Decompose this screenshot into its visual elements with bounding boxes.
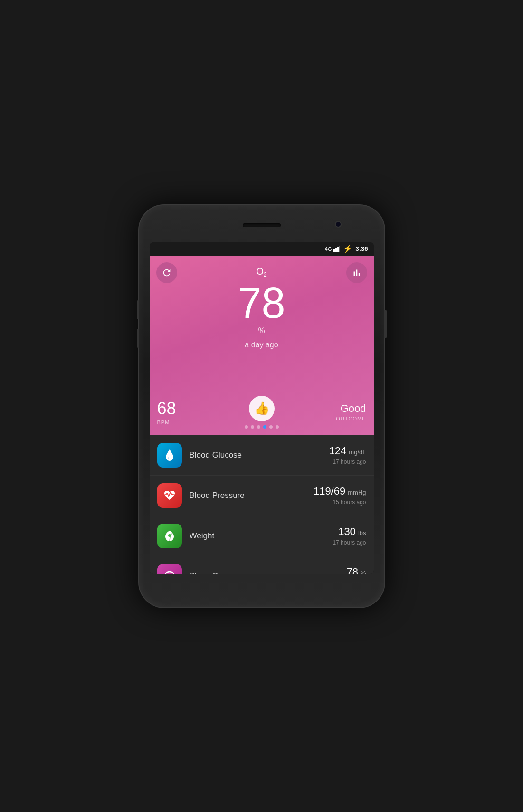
blood-glucose-label: Blood Glucose <box>190 450 329 460</box>
o2-symbol: O <box>256 266 264 277</box>
thumbs-up-icon: 👍 <box>254 401 269 416</box>
battery-icon: ⚡ <box>343 244 352 253</box>
blood-pressure-number: 119/69 <box>314 485 345 497</box>
blood-oxygen-number: 78 <box>346 566 358 574</box>
svg-rect-3 <box>339 246 340 252</box>
list-item-blood-glucose[interactable]: Blood Glucose 124 mg/dL 17 hours ago <box>150 435 374 476</box>
o2-subscript: 2 <box>264 271 267 278</box>
outcome-section: Good OUTCOME <box>296 402 366 421</box>
phone-device: 4G ⚡ 3:36 <box>138 204 385 608</box>
list-item-weight[interactable]: Weight 130 lbs 17 hours ago <box>150 516 374 556</box>
chart-button[interactable] <box>346 262 367 283</box>
speaker-grill <box>243 223 281 227</box>
blood-pressure-reading: 119/69 mmHg <box>314 485 366 497</box>
metric-label: O2 <box>157 266 366 278</box>
refresh-icon <box>162 267 172 278</box>
svg-text:O: O <box>168 573 172 574</box>
page-dots <box>245 425 279 429</box>
main-metric-value: 78 <box>157 282 366 325</box>
svg-point-4 <box>168 534 171 537</box>
svg-rect-0 <box>333 249 335 252</box>
svg-rect-2 <box>337 247 339 252</box>
blood-pressure-icon <box>157 483 182 508</box>
front-camera <box>335 221 342 228</box>
status-bar: 4G ⚡ 3:36 <box>150 242 374 256</box>
drop-icon <box>162 448 177 462</box>
outcome-value: Good <box>296 402 366 415</box>
blood-pressure-unit: mmHg <box>348 489 366 496</box>
signal-indicator: 4G <box>325 246 341 252</box>
blood-glucose-number: 124 <box>329 445 347 457</box>
outcome-label: OUTCOME <box>296 416 366 421</box>
svg-rect-1 <box>335 248 337 252</box>
dot-4 <box>263 425 266 429</box>
thumbs-up-circle: 👍 <box>249 396 275 421</box>
blood-glucose-values: 124 mg/dL 17 hours ago <box>329 445 366 465</box>
bar-chart-icon <box>352 267 362 278</box>
blood-oxygen-reading: 78 % <box>341 566 366 574</box>
power-button[interactable] <box>384 310 387 338</box>
health-metrics-list: Blood Glucose 124 mg/dL 17 hours ago <box>150 435 374 574</box>
main-metric-time: a day ago <box>157 341 366 357</box>
dot-2 <box>251 425 254 429</box>
main-metric-unit: % <box>157 326 366 335</box>
signal-text: 4G <box>325 246 332 252</box>
weight-time: 17 hours ago <box>333 539 366 546</box>
list-item-blood-oxygen[interactable]: O 2 Blood Oxygen 78 % a day ago <box>150 556 374 574</box>
blood-glucose-time: 17 hours ago <box>329 459 366 465</box>
card-bottom-section: 68 BPM 👍 <box>150 389 374 435</box>
dot-1 <box>245 425 248 429</box>
weight-icon <box>157 524 182 548</box>
weight-number: 130 <box>338 525 356 537</box>
blood-oxygen-values: 78 % a day ago <box>341 566 366 574</box>
card-top-section: O2 78 % a day ago <box>150 256 374 389</box>
leaf-icon <box>162 529 177 543</box>
bpm-label: BPM <box>157 420 227 425</box>
blood-glucose-icon <box>157 443 182 468</box>
list-item-blood-pressure[interactable]: Blood Pressure 119/69 mmHg 15 hours ago <box>150 476 374 516</box>
volume-down-button[interactable] <box>137 329 139 348</box>
weight-reading: 130 lbs <box>333 525 366 538</box>
bpm-value: 68 <box>157 399 227 419</box>
clock: 3:36 <box>355 245 368 252</box>
oxygen-icon: O 2 <box>162 569 177 574</box>
blood-oxygen-icon: O 2 <box>157 564 182 574</box>
volume-up-button[interactable] <box>137 300 139 319</box>
refresh-button[interactable] <box>156 262 177 283</box>
thumbs-section: 👍 <box>227 396 296 429</box>
dot-5 <box>269 425 273 429</box>
signal-bars-icon <box>333 246 340 252</box>
weight-unit: lbs <box>358 529 366 536</box>
main-health-card: O2 78 % a day ago 68 BPM 👍 <box>150 256 374 435</box>
blood-oxygen-label: Blood Oxygen <box>190 572 341 574</box>
dot-3 <box>257 425 260 429</box>
weight-label: Weight <box>190 531 333 541</box>
phone-screen: 4G ⚡ 3:36 <box>150 242 374 574</box>
weight-values: 130 lbs 17 hours ago <box>333 525 366 546</box>
blood-oxygen-unit: % <box>361 570 366 574</box>
bpm-section: 68 BPM <box>157 399 227 425</box>
blood-pressure-label: Blood Pressure <box>190 491 314 500</box>
blood-pressure-time: 15 hours ago <box>314 499 366 506</box>
blood-glucose-reading: 124 mg/dL <box>329 445 366 457</box>
dot-6 <box>276 425 279 429</box>
heart-icon <box>162 488 177 503</box>
blood-glucose-unit: mg/dL <box>349 449 366 456</box>
blood-pressure-values: 119/69 mmHg 15 hours ago <box>314 485 366 506</box>
